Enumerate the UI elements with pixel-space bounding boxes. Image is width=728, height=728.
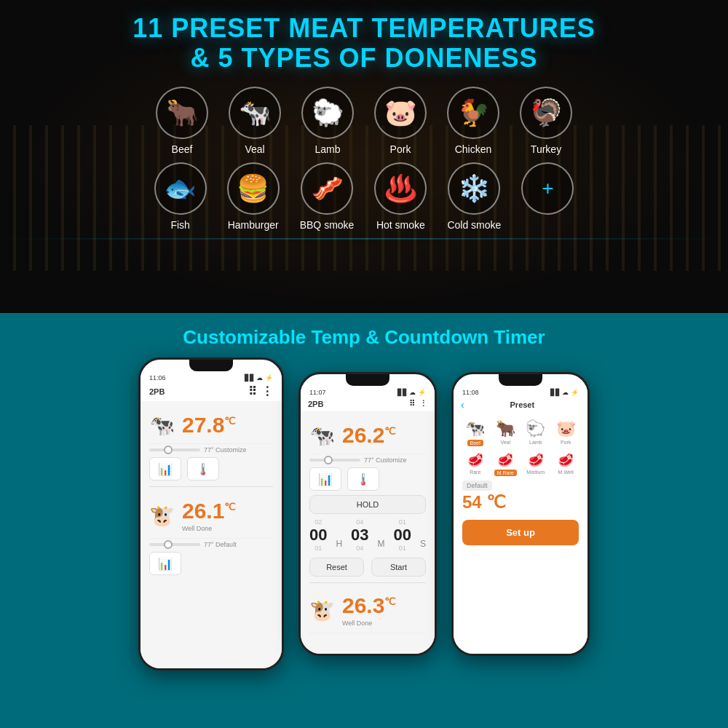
timer-action-row: Reset Start xyxy=(309,558,426,577)
pork-icon: 🐷 xyxy=(374,87,427,139)
hamburger-icon: 🍔 xyxy=(227,162,280,215)
meat-pork[interactable]: 🐷 Pork xyxy=(374,87,427,155)
phone-1-content: 🐄 27.8℃ 77° Customize 📊 🌡️ xyxy=(141,401,282,670)
doneness-medium[interactable]: 🥩 Medium xyxy=(523,452,549,476)
probe-2-temp: 26.1℃ xyxy=(182,499,236,523)
preset-doneness-grid: 🥩 Rare 🥩 M.Rare 🥩 Medium 🥩 M.Well xyxy=(462,452,579,476)
phone2-chart-btn[interactable]: 📊 xyxy=(309,467,341,491)
hold-button[interactable]: HOLD xyxy=(309,495,426,514)
probe-1-slider[interactable]: 77° Customize xyxy=(149,446,273,454)
preset-animals-grid: 🐄 Beef 🐂 Veal 🐑 Lamb 🐷 Pork xyxy=(462,419,579,446)
phone-2-content: 🐄 26.2℃ 77° Customize 📊 🌡️ HOLD xyxy=(301,411,435,654)
phone2-probe3-animal: 🐮 xyxy=(309,598,335,622)
meat-fish[interactable]: 🐟 Fish xyxy=(154,162,207,231)
bottom-section: Customizable Temp & Countdown Timer 11:0… xyxy=(0,313,728,728)
meat-icons-grid: 🐂 Beef 🐄 Veal 🐑 Lamb 🐷 Pork 🐓 Chicken 🦃 xyxy=(154,87,574,231)
meat-cold-smoke[interactable]: ❄️ Cold smoke xyxy=(447,162,501,231)
phone-2-notch xyxy=(346,374,389,386)
meat-veal[interactable]: 🐄 Veal xyxy=(229,87,281,155)
probe-2-controls: 📊 xyxy=(149,552,273,575)
meat-row-2: 🐟 Fish 🍔 Hamburger 🥓 BBQ smoke ♨️ Hot sm… xyxy=(154,162,574,231)
start-button[interactable]: Start xyxy=(371,558,426,577)
top-section: 11 PRESET MEAT TEMPERATURES & 5 TYPES OF… xyxy=(0,0,728,313)
meat-turkey[interactable]: 🦃 Turkey xyxy=(520,87,572,155)
phone-1-status-bar: 11:06 ▊▊ ☁ ⚡ xyxy=(141,371,282,381)
phones-row: 11:06 ▊▊ ☁ ⚡ 2PB ⠿ ⋮ 🐄 27.8℃ xyxy=(116,357,612,670)
phone-1: 11:06 ▊▊ ☁ ⚡ 2PB ⠿ ⋮ 🐄 27.8℃ xyxy=(138,357,284,670)
timer-hours: 00 xyxy=(309,526,327,545)
cold-smoke-icon: ❄️ xyxy=(448,162,500,215)
hot-smoke-icon: ♨️ xyxy=(374,162,427,215)
meat-row-1: 🐂 Beef 🐄 Veal 🐑 Lamb 🐷 Pork 🐓 Chicken 🦃 xyxy=(156,87,572,155)
timer-seconds-col: 01 00 01 xyxy=(394,518,411,552)
preset-lamb[interactable]: 🐑 Lamb xyxy=(523,419,549,446)
meat-bbq-smoke[interactable]: 🥓 BBQ smoke xyxy=(300,162,355,231)
phone-3-content: 🐄 Beef 🐂 Veal 🐑 Lamb 🐷 Pork xyxy=(454,414,587,656)
turkey-icon: 🦃 xyxy=(520,87,572,139)
preset-beef[interactable]: 🐄 Beef xyxy=(462,419,488,446)
probe-2-chart-btn[interactable]: 📊 xyxy=(149,552,181,575)
phone-3-notch xyxy=(499,374,542,386)
probe-1-chart-btn[interactable]: 📊 xyxy=(149,457,181,480)
doneness-medium-rare[interactable]: 🥩 M.Rare xyxy=(493,452,519,476)
probe-1-temp: 27.8℃ xyxy=(182,413,236,438)
phone-3: 11:08 ▊▊ ☁ ⚡ ‹ Preset 🐄 Beef 🐂 Veal xyxy=(451,372,590,656)
preset-veal[interactable]: 🐂 Veal xyxy=(493,419,519,446)
timer-seconds: 00 xyxy=(394,526,411,545)
probe-2-slider[interactable]: 77° Default xyxy=(149,541,273,548)
timer-minutes-col: 04 03 04 xyxy=(351,518,368,552)
phone2-temp-btn[interactable]: 🌡️ xyxy=(347,467,379,491)
reset-button[interactable]: Reset xyxy=(309,558,364,577)
veal-icon: 🐄 xyxy=(229,87,281,139)
chicken-icon: 🐓 xyxy=(447,87,499,139)
probe-1-animal-icon: 🐄 xyxy=(149,414,175,438)
phone-1-notch xyxy=(189,360,233,371)
meat-chicken[interactable]: 🐓 Chicken xyxy=(447,87,499,155)
meat-custom[interactable]: + xyxy=(521,162,574,231)
preset-temperature: 54 ℃ xyxy=(462,492,579,513)
phone2-probe3-temp: 26.3℃ xyxy=(342,593,396,618)
phone2-probe-controls: 📊 🌡️ xyxy=(309,467,426,491)
phone2-probe-animal: 🐄 xyxy=(309,424,335,448)
lamb-icon: 🐑 xyxy=(301,87,354,139)
timer-minutes: 03 xyxy=(351,526,368,545)
phone2-slider[interactable]: 77° Customize xyxy=(309,456,426,464)
setup-button[interactable]: Set up xyxy=(462,520,579,545)
probe-1-controls: 📊 🌡️ xyxy=(149,457,273,480)
phone-2: 11:07 ▊▊ ☁ ⚡ 2PB ⠿ ⋮ 🐄 26.2℃ xyxy=(298,372,437,656)
doneness-medium-well[interactable]: 🥩 M.Well xyxy=(553,452,579,476)
meat-lamb[interactable]: 🐑 Lamb xyxy=(301,87,354,155)
phone2-probe3-reading: 🐮 26.3℃ Well Done xyxy=(309,587,426,633)
preset-default-label: Default xyxy=(462,482,579,489)
timer-row: 02 00 01 H 04 03 04 M 01 00 01 xyxy=(309,518,426,552)
phone2-probe-reading: 🐄 26.2℃ xyxy=(309,417,426,454)
beef-icon: 🐂 xyxy=(156,87,208,139)
meat-beef[interactable]: 🐂 Beef xyxy=(156,87,208,155)
phone-2-status-bar: 11:07 ▊▊ ☁ ⚡ xyxy=(301,386,435,396)
probe-2-animal-icon: 🐮 xyxy=(149,504,175,528)
preset-pork[interactable]: 🐷 Pork xyxy=(553,419,579,446)
meat-hot-smoke[interactable]: ♨️ Hot smoke xyxy=(374,162,427,231)
fish-icon: 🐟 xyxy=(154,162,207,215)
bbq-smoke-icon: 🥓 xyxy=(301,162,353,215)
main-title: 11 PRESET MEAT TEMPERATURES & 5 TYPES OF… xyxy=(132,13,596,74)
phone2-probe-temp: 26.2℃ xyxy=(342,423,396,448)
doneness-rare[interactable]: 🥩 Rare xyxy=(462,452,488,476)
probe-1-temp-btn[interactable]: 🌡️ xyxy=(187,457,219,480)
probe-2-reading: 🐮 26.1℃ Well Done xyxy=(149,493,273,539)
phone-3-status-bar: 11:08 ▊▊ ☁ ⚡ xyxy=(454,386,587,396)
probe-1-reading: 🐄 27.8℃ xyxy=(149,407,273,444)
title-area: 11 PRESET MEAT TEMPERATURES & 5 TYPES OF… xyxy=(132,0,596,74)
meat-hamburger[interactable]: 🍔 Hamburger xyxy=(227,162,280,231)
bottom-title: Customizable Temp & Countdown Timer xyxy=(183,313,545,357)
custom-plus-icon: + xyxy=(521,162,574,215)
timer-hours-col: 02 00 01 xyxy=(309,518,327,552)
